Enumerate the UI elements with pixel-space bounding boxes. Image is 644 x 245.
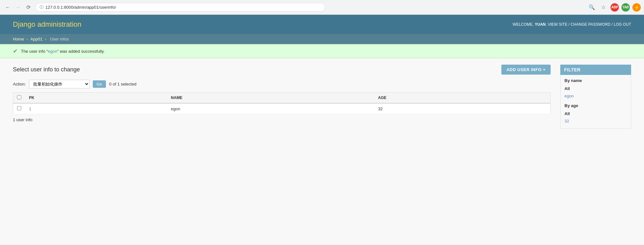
page-header: Select user info to change ADD USER INFO: [13, 65, 551, 75]
ext-avatar[interactable]: ⚡: [632, 3, 641, 12]
filter-sidebar: FILTER By name All egon By age All 32: [560, 65, 631, 129]
logout-link[interactable]: LOG OUT: [614, 22, 631, 27]
reload-button[interactable]: ⟳: [24, 3, 33, 12]
row-pk-link[interactable]: 1: [29, 106, 31, 111]
success-suffix: ” was added successfully.: [57, 49, 105, 54]
search-button[interactable]: 🔍: [587, 3, 596, 12]
action-bar: Action: 批量初始化操作 Delete selected user inf…: [13, 80, 551, 88]
column-name: NAME: [167, 93, 374, 104]
content-wrapper: Select user info to change ADD USER INFO…: [0, 58, 644, 135]
welcome-prefix: WELCOME,: [513, 22, 535, 27]
separator2: /: [611, 22, 614, 27]
username: YUAN: [535, 22, 546, 27]
success-text: The user info “egon” was added successfu…: [21, 49, 105, 54]
admin-header: Django administration WELCOME, YUAN. VIE…: [0, 15, 644, 34]
page-title: Select user info to change: [13, 66, 80, 73]
table-header-row: PK NAME AGE: [13, 93, 551, 104]
row-name-cell: egon: [167, 103, 374, 114]
action-select[interactable]: 批量初始化操作 Delete selected user infos: [29, 80, 90, 88]
bookmark-button[interactable]: ☆: [599, 3, 608, 12]
user-tools: WELCOME, YUAN. VIEW SITE / CHANGE PASSWO…: [513, 22, 631, 27]
abp-avatar[interactable]: ABP: [611, 3, 619, 12]
table-body: 1 egon 32: [13, 103, 551, 114]
separator1: /: [567, 22, 571, 27]
add-user-info-button[interactable]: ADD USER INFO: [501, 65, 551, 75]
row-checkbox[interactable]: [17, 106, 21, 110]
browser-chrome: ← → ⟳ ⓘ 127.0.0.1:8000/admin/app01/useri…: [0, 0, 644, 15]
address-bar[interactable]: ⓘ 127.0.0.1:8000/admin/app01/userinfo/: [35, 3, 325, 12]
breadcrumb-sep1: ›: [26, 37, 29, 41]
breadcrumb-app[interactable]: App01: [30, 37, 43, 41]
breadcrumb-sep2: ›: [45, 37, 47, 41]
column-checkbox: [13, 93, 25, 104]
data-table: PK NAME AGE 1 egon 32: [13, 92, 551, 114]
filter-age-32[interactable]: 32: [564, 117, 627, 125]
table-row: 1 egon 32: [13, 103, 551, 114]
url-text: 127.0.0.1:8000/admin/app01/userinfo/: [45, 5, 116, 10]
row-checkbox-cell: [13, 103, 25, 114]
action-label: Action:: [13, 82, 26, 86]
column-age: AGE: [374, 93, 551, 104]
row-age-cell: 32: [374, 103, 551, 114]
forward-button[interactable]: →: [14, 3, 23, 12]
result-count: 1 user info: [13, 117, 551, 122]
main-content: Select user info to change ADD USER INFO…: [13, 65, 551, 129]
yab-avatar[interactable]: YAB: [621, 3, 630, 12]
admin-title[interactable]: Django administration: [13, 20, 81, 29]
view-site-link[interactable]: VIEW SITE: [548, 22, 567, 27]
breadcrumb-home[interactable]: Home: [13, 37, 24, 41]
filter-age-all[interactable]: All: [564, 110, 627, 117]
filter-section: By name All egon By age All 32: [560, 75, 631, 129]
browser-actions: 🔍 ☆ ABP YAB ⚡: [587, 3, 641, 12]
table-header: PK NAME AGE: [13, 93, 551, 104]
breadcrumb: Home › App01 › User infos: [0, 34, 644, 44]
filter-header: FILTER: [560, 65, 631, 75]
success-prefix: The user info “: [21, 49, 48, 54]
filter-by-age-title: By age: [564, 103, 627, 108]
row-pk-cell: 1: [25, 103, 167, 114]
success-link[interactable]: egon: [48, 49, 57, 54]
change-password-link[interactable]: CHANGE PASSWORD: [571, 22, 611, 27]
filter-name-egon[interactable]: egon: [564, 92, 627, 100]
nav-buttons: ← → ⟳: [3, 3, 33, 12]
column-pk: PK: [25, 93, 167, 104]
go-button[interactable]: Go: [93, 80, 106, 88]
success-icon: ✔: [13, 48, 18, 55]
breadcrumb-current: User infos: [50, 37, 69, 41]
back-button[interactable]: ←: [3, 3, 12, 12]
lock-icon: ⓘ: [40, 5, 43, 10]
success-message: ✔ The user info “egon” was added success…: [0, 44, 644, 58]
filter-name-all[interactable]: All: [564, 85, 627, 92]
selected-count: 0 of 1 selected: [109, 82, 137, 86]
select-all-checkbox[interactable]: [17, 95, 21, 99]
filter-by-name-title: By name: [564, 78, 627, 83]
